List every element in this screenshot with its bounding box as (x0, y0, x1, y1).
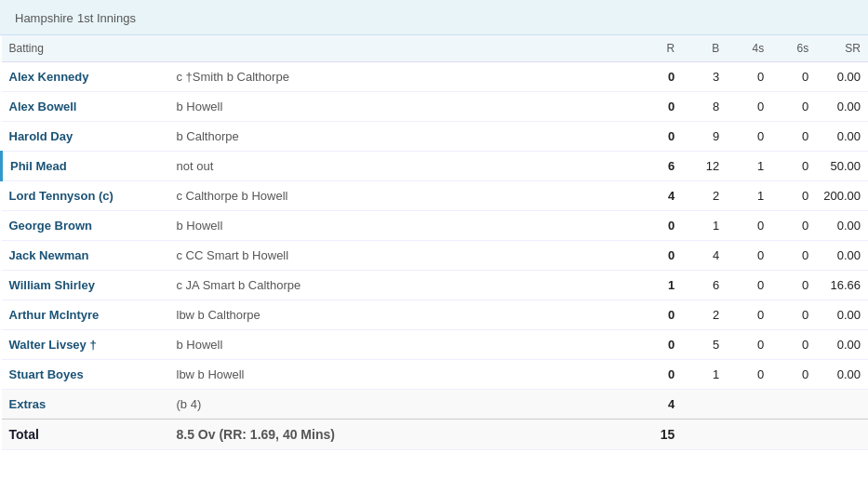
header-b: B (682, 35, 727, 62)
dismissal: not out (169, 152, 638, 181)
total-6s (771, 420, 816, 450)
runs: 0 (637, 211, 682, 241)
player-name: George Brown (2, 211, 169, 241)
player-name: Jack Newman (2, 241, 169, 271)
extras-value: 4 (637, 390, 682, 420)
player-name: Phil Mead (2, 152, 169, 181)
fours: 0 (727, 211, 771, 241)
dismissal: b Howell (169, 92, 638, 122)
total-4s (727, 420, 771, 450)
runs: 0 (637, 92, 682, 122)
player-name: Walter Livsey † (2, 330, 169, 360)
balls: 6 (682, 271, 727, 300)
sixes: 0 (771, 211, 816, 241)
runs: 0 (637, 360, 682, 390)
header-dismissal (169, 35, 638, 62)
strike-rate: 50.00 (816, 152, 868, 181)
runs: 0 (637, 62, 682, 92)
balls: 4 (682, 241, 727, 271)
fours: 1 (727, 152, 771, 181)
player-name: Harold Day (2, 122, 169, 152)
strike-rate: 0.00 (816, 122, 868, 152)
strike-rate: 0.00 (816, 300, 868, 330)
sixes: 0 (771, 62, 816, 92)
total-value: 15 (637, 420, 682, 450)
table-row: Harold Day b Calthorpe 0 9 0 0 0.00 (2, 122, 869, 152)
runs: 0 (637, 122, 682, 152)
balls: 2 (682, 181, 727, 211)
runs: 4 (637, 181, 682, 211)
dismissal: b Calthorpe (169, 122, 638, 152)
sixes: 0 (771, 92, 816, 122)
batting-table: Batting R B 4s 6s SR Alex Kennedy c †Smi… (0, 35, 868, 450)
balls: 9 (682, 122, 727, 152)
innings-header: Hampshire 1st Innings (0, 0, 868, 35)
total-sr (816, 420, 868, 450)
table-row: Stuart Boyes lbw b Howell 0 1 0 0 0.00 (2, 360, 869, 390)
runs: 0 (637, 300, 682, 330)
dismissal: lbw b Howell (169, 360, 638, 390)
fours: 0 (727, 271, 771, 300)
dismissal: b Howell (169, 211, 638, 241)
extras-sr (816, 390, 868, 420)
total-detail: 8.5 Ov (RR: 1.69, 40 Mins) (169, 420, 638, 450)
total-label: Total (2, 420, 169, 450)
strike-rate: 0.00 (816, 241, 868, 271)
table-row: William Shirley c JA Smart b Calthorpe 1… (2, 271, 869, 300)
fours: 0 (727, 300, 771, 330)
balls: 8 (682, 92, 727, 122)
table-header-row: Batting R B 4s 6s SR (2, 35, 869, 62)
sixes: 0 (771, 181, 816, 211)
fours: 0 (727, 241, 771, 271)
dismissal: lbw b Calthorpe (169, 300, 638, 330)
fours: 0 (727, 62, 771, 92)
extras-4s (727, 390, 771, 420)
strike-rate: 0.00 (816, 211, 868, 241)
total-b (682, 420, 727, 450)
fours: 1 (727, 181, 771, 211)
header-batting: Batting (2, 35, 169, 62)
strike-rate: 0.00 (816, 360, 868, 390)
runs: 6 (637, 152, 682, 181)
strike-rate: 0.00 (816, 92, 868, 122)
fours: 0 (727, 330, 771, 360)
strike-rate: 0.00 (816, 62, 868, 92)
sixes: 0 (771, 152, 816, 181)
table-row: Arthur McIntyre lbw b Calthorpe 0 2 0 0 … (2, 300, 869, 330)
header-r: R (637, 35, 682, 62)
extras-6s (771, 390, 816, 420)
fours: 0 (727, 122, 771, 152)
dismissal: c JA Smart b Calthorpe (169, 271, 638, 300)
strike-rate: 16.66 (816, 271, 868, 300)
table-row: Lord Tennyson (c) c Calthorpe b Howell 4… (2, 181, 869, 211)
table-row: Alex Bowell b Howell 0 8 0 0 0.00 (2, 92, 869, 122)
scorecard: Hampshire 1st Innings Batting R B 4s 6s … (0, 0, 868, 450)
table-row: George Brown b Howell 0 1 0 0 0.00 (2, 211, 869, 241)
strike-rate: 200.00 (816, 181, 868, 211)
balls: 1 (682, 211, 727, 241)
dismissal: c Calthorpe b Howell (169, 181, 638, 211)
balls: 5 (682, 330, 727, 360)
table-row: Phil Mead not out 6 12 1 0 50.00 (2, 152, 869, 181)
header-4s: 4s (727, 35, 771, 62)
player-name: Alex Kennedy (2, 62, 169, 92)
dismissal: c †Smith b Calthorpe (169, 62, 638, 92)
total-row: Total 8.5 Ov (RR: 1.69, 40 Mins) 15 (2, 420, 869, 450)
table-row: Alex Kennedy c †Smith b Calthorpe 0 3 0 … (2, 62, 869, 92)
balls: 12 (682, 152, 727, 181)
table-row: Walter Livsey † b Howell 0 5 0 0 0.00 (2, 330, 869, 360)
dismissal: b Howell (169, 330, 638, 360)
sixes: 0 (771, 330, 816, 360)
sixes: 0 (771, 241, 816, 271)
runs: 1 (637, 271, 682, 300)
player-name: Lord Tennyson (c) (2, 181, 169, 211)
runs: 0 (637, 241, 682, 271)
balls: 2 (682, 300, 727, 330)
table-row: Jack Newman c CC Smart b Howell 0 4 0 0 … (2, 241, 869, 271)
header-6s: 6s (771, 35, 816, 62)
extras-row: Extras (b 4) 4 (2, 390, 869, 420)
innings-label: 1st Innings (77, 11, 136, 25)
fours: 0 (727, 92, 771, 122)
sixes: 0 (771, 360, 816, 390)
runs: 0 (637, 330, 682, 360)
